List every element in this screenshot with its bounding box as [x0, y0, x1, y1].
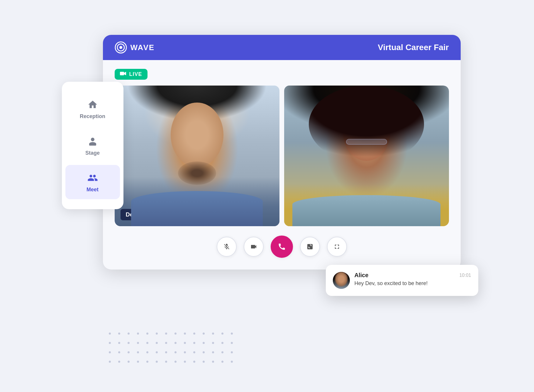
stage-icon	[86, 135, 99, 148]
dot-decoration	[165, 333, 167, 335]
dot-decoration	[156, 361, 158, 363]
dot-decoration	[118, 351, 120, 353]
dot-decoration	[146, 342, 148, 344]
dot-decoration	[128, 351, 130, 353]
dot-decoration	[184, 333, 186, 335]
dot-decoration	[212, 361, 214, 363]
call-controls	[115, 236, 449, 258]
dot-decoration	[128, 342, 130, 344]
dot-decoration	[156, 333, 158, 335]
logo-text: WAVE	[130, 43, 155, 52]
dot-decoration	[203, 361, 205, 363]
dot-decoration	[109, 361, 111, 363]
video-cell-alice: Alice Joyce	[284, 86, 449, 226]
dot-decoration	[165, 351, 167, 353]
dot-decoration	[174, 351, 177, 353]
main-card: WAVE Virtual Career Fair LIVE	[103, 35, 461, 270]
sidebar-item-reception[interactable]: Reception	[65, 92, 120, 126]
svg-rect-0	[89, 144, 96, 146]
camera-button[interactable]	[244, 237, 264, 257]
dot-decoration	[146, 333, 148, 335]
sidebar-item-meet[interactable]: Meet	[65, 165, 120, 199]
expand-button[interactable]	[300, 237, 320, 257]
meet-icon	[86, 171, 99, 184]
logo: WAVE	[115, 41, 155, 54]
dot-decoration	[174, 342, 177, 344]
sidebar: Reception Stage Meet	[62, 82, 123, 209]
end-call-button[interactable]	[271, 236, 293, 258]
dot-decoration	[231, 342, 233, 344]
dot-decoration	[109, 351, 111, 353]
dot-grid-decoration: // generate dots const grid = document.q…	[109, 333, 236, 366]
chat-time: 10:01	[459, 273, 471, 278]
meet-label: Meet	[87, 187, 99, 193]
dot-decoration	[165, 361, 167, 363]
dot-decoration	[221, 361, 223, 363]
dot-decoration	[137, 333, 139, 335]
dot-decoration	[193, 361, 195, 363]
dot-decoration	[118, 342, 120, 344]
sidebar-item-stage[interactable]: Stage	[65, 128, 120, 163]
content-area: LIVE Dev Anand	[103, 60, 461, 270]
dot-decoration	[146, 361, 148, 363]
dot-decoration	[118, 333, 120, 335]
svg-point-3	[119, 46, 122, 49]
chat-avatar	[333, 272, 350, 289]
dot-decoration	[156, 351, 158, 353]
dot-decoration	[221, 351, 223, 353]
dot-decoration	[128, 361, 130, 363]
video-cell-dev: Dev Anand	[115, 86, 279, 226]
dot-decoration	[212, 351, 214, 353]
dot-decoration	[193, 351, 195, 353]
dot-decoration	[146, 351, 148, 353]
reception-label: Reception	[80, 113, 105, 120]
dot-decoration	[137, 361, 139, 363]
dot-decoration	[231, 361, 233, 363]
live-label: LIVE	[129, 71, 142, 77]
chat-message: Hey Dev, so excited to be here!	[355, 280, 471, 287]
dot-decoration	[184, 351, 186, 353]
dot-decoration	[174, 333, 177, 335]
dot-decoration	[128, 333, 130, 335]
dot-decoration	[231, 333, 233, 335]
dot-decoration	[174, 361, 177, 363]
dot-decoration	[193, 342, 195, 344]
dot-decoration	[193, 333, 195, 335]
chat-header-row: Alice 10:01	[355, 272, 471, 279]
dot-decoration	[231, 351, 233, 353]
scene: Reception Stage Meet	[62, 35, 472, 357]
svg-rect-4	[120, 72, 124, 75]
fullscreen-button[interactable]	[327, 237, 347, 257]
video-grid: Dev Anand Alice Joyce	[115, 86, 449, 226]
app-header: WAVE Virtual Career Fair	[103, 35, 461, 60]
dot-decoration	[203, 333, 205, 335]
home-icon	[86, 98, 99, 111]
dot-decoration	[109, 342, 111, 344]
dot-decoration	[212, 333, 214, 335]
mute-button[interactable]	[217, 237, 237, 257]
chat-body: Alice 10:01 Hey Dev, so excited to be he…	[355, 272, 471, 287]
dot-decoration	[165, 342, 167, 344]
event-title: Virtual Career Fair	[378, 43, 449, 52]
stage-label: Stage	[85, 150, 100, 156]
dot-decoration	[156, 342, 158, 344]
chat-sender: Alice	[355, 272, 369, 279]
dot-decoration	[137, 342, 139, 344]
camera-live-icon	[120, 71, 126, 77]
dot-decoration	[212, 342, 214, 344]
chat-card: Alice 10:01 Hey Dev, so excited to be he…	[326, 265, 478, 296]
live-badge: LIVE	[115, 69, 148, 80]
dot-decoration	[137, 351, 139, 353]
dot-decoration	[221, 333, 223, 335]
dot-decoration	[184, 342, 186, 344]
dot-decoration	[203, 342, 205, 344]
dot-decoration	[221, 342, 223, 344]
dot-decoration	[118, 361, 120, 363]
dot-decoration	[203, 351, 205, 353]
dot-decoration	[109, 333, 111, 335]
dot-decoration	[184, 361, 186, 363]
